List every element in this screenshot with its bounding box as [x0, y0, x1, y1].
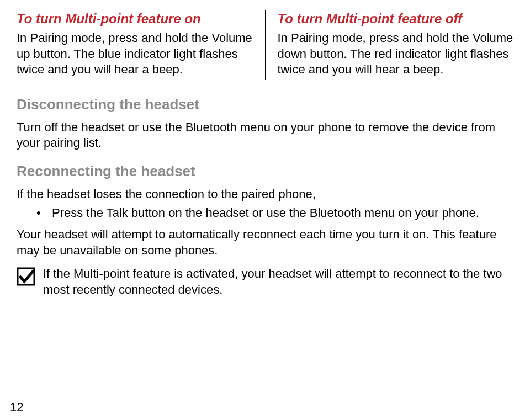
reconnect-after: Your headset will attempt to automatical… — [17, 227, 513, 258]
reconnect-bullet-list: Press the Talk button on the headset or … — [17, 205, 513, 221]
multipoint-on-body: In Pairing mode, press and hold the Volu… — [17, 30, 253, 78]
note-text: If the Multi-point feature is activated,… — [43, 266, 513, 297]
multipoint-columns: To turn Multi-point feature on In Pairin… — [17, 10, 513, 80]
reconnect-bullet-item: Press the Talk button on the headset or … — [36, 205, 513, 221]
disconnect-heading: Disconnecting the headset — [17, 95, 513, 114]
checkmark-box-icon — [17, 267, 35, 286]
multipoint-on-heading: To turn Multi-point feature on — [17, 10, 253, 27]
reconnect-heading: Reconnecting the headset — [17, 162, 513, 181]
page-number: 12 — [10, 400, 23, 416]
multipoint-on-column: To turn Multi-point feature on In Pairin… — [17, 10, 266, 80]
disconnect-body: Turn off the headset or use the Bluetoot… — [17, 120, 513, 151]
reconnect-intro: If the headset loses the connection to t… — [17, 187, 513, 203]
note-row: If the Multi-point feature is activated,… — [17, 266, 513, 300]
multipoint-off-column: To turn Multi-point feature off In Pairi… — [266, 10, 514, 80]
multipoint-off-body: In Pairing mode, press and hold the Volu… — [278, 30, 514, 78]
multipoint-off-heading: To turn Multi-point feature off — [278, 10, 514, 27]
